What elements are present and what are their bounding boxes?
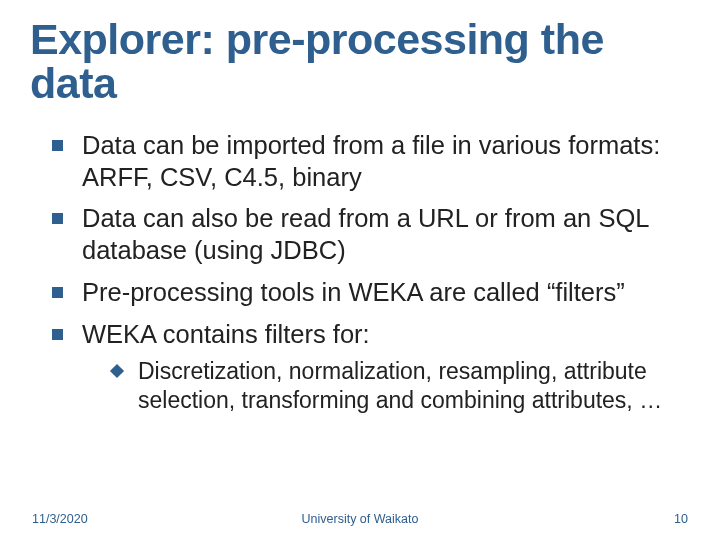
slide: Explorer: pre-processing the data Data c… — [0, 0, 720, 540]
bullet-item: Pre-processing tools in WEKA are called … — [52, 277, 682, 309]
slide-title: Explorer: pre-processing the data — [30, 18, 690, 106]
bullet-list: Data can be imported from a file in vari… — [30, 130, 690, 416]
sub-bullet-item: Discretization, normalization, resamplin… — [112, 357, 682, 416]
footer-org: University of Waikato — [0, 512, 720, 526]
sub-bullet-text: Discretization, normalization, resamplin… — [138, 358, 662, 413]
bullet-text: WEKA contains filters for: — [82, 320, 370, 348]
bullet-item: Data can be imported from a file in vari… — [52, 130, 682, 194]
bullet-text: Pre-processing tools in WEKA are called … — [82, 278, 625, 306]
bullet-text: Data can be imported from a file in vari… — [82, 131, 660, 191]
bullet-item: Data can also be read from a URL or from… — [52, 203, 682, 267]
bullet-text: Data can also be read from a URL or from… — [82, 204, 648, 264]
bullet-item: WEKA contains filters for: Discretizatio… — [52, 319, 682, 416]
footer-page: 10 — [674, 512, 688, 526]
sub-bullet-list: Discretization, normalization, resamplin… — [82, 357, 682, 416]
